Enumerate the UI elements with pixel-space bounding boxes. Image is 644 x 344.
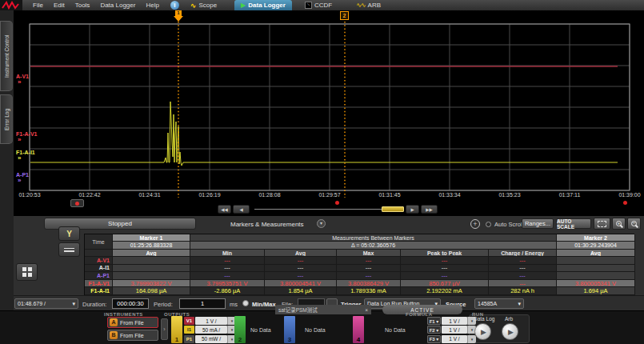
formula-chip-f2[interactable]: F2 ▾ [427, 326, 441, 334]
marker1-value[interactable]: 3.799903822 V [113, 280, 190, 288]
crosshair-icon[interactable]: + [470, 219, 480, 229]
measurement-cell[interactable]: --- [265, 272, 337, 280]
scale-value[interactable]: 50 mW / [195, 335, 227, 343]
scroll-track[interactable] [254, 209, 382, 210]
marker2-value[interactable]: 3.800005341 V [557, 280, 635, 288]
measurement-cell[interactable]: -2.866 µA [190, 287, 265, 295]
marker2-value[interactable] [557, 257, 635, 265]
measurement-cell[interactable]: --- [265, 265, 337, 273]
grid-view-icon[interactable] [16, 263, 38, 281]
auto-scroll-radio[interactable] [486, 222, 491, 227]
menu-file[interactable]: File [33, 2, 43, 9]
period-field[interactable]: 1 [179, 298, 226, 309]
scale-value[interactable]: 1 V / [442, 335, 467, 343]
marker1-value[interactable] [113, 257, 190, 265]
scale-value[interactable]: 1 V / [195, 317, 227, 325]
measurement-cell[interactable]: --- [190, 257, 265, 265]
measurement-cell[interactable]: --- [489, 257, 557, 265]
tab-ccdf[interactable]: ◝ CCDF [298, 0, 338, 10]
measurement-cell[interactable]: --- [489, 265, 557, 273]
scroll-last-button[interactable]: ▶▶ [421, 205, 438, 214]
scale-value[interactable]: 1 V / [442, 317, 467, 325]
output-3-bar[interactable]: 3 [284, 316, 295, 343]
measurement-cell[interactable]: --- [337, 257, 401, 265]
scroll-next-button[interactable]: ▶ [406, 205, 419, 214]
row-label-a-p1[interactable]: A-P1 [85, 272, 113, 280]
measurement-cell[interactable]: --- [190, 272, 265, 280]
scroll-thumb[interactable] [382, 206, 404, 212]
measurement-cell[interactable]: 2.192202 mA [401, 287, 489, 295]
measurement-cell[interactable]: 1.854 µA [265, 287, 337, 295]
menu-data-logger[interactable]: Data Logger [100, 2, 135, 9]
measurement-cell[interactable]: --- [401, 257, 489, 265]
measurement-cell[interactable]: 3.800004541 V [265, 280, 337, 288]
marker2-value[interactable] [557, 272, 635, 280]
channel-chip-v1[interactable]: V1 [184, 317, 194, 325]
scroll-prev-button[interactable]: ◀ [233, 205, 250, 214]
marker2-value[interactable]: 1.694 µA [557, 287, 635, 295]
formula-chip-f1[interactable]: F1 ▾ [427, 317, 441, 325]
time-per-div-dropdown[interactable]: 01:48.679 /▾ [14, 298, 78, 309]
row-label-a-i1[interactable]: A-I1 [85, 265, 113, 273]
row-label-a-v1[interactable]: A-V1 [85, 257, 113, 265]
measurement-cell[interactable]: 1.789336 mA [337, 287, 401, 295]
tab-data-logger[interactable]: ▶ Data Logger [234, 0, 292, 10]
measurement-cell[interactable]: --- [190, 265, 265, 273]
zoom-region-icon[interactable] [594, 218, 610, 230]
measurement-cell[interactable]: 3.799535751 V [190, 280, 265, 288]
instruments-expand-chevron-icon[interactable]: › [161, 318, 168, 340]
instrument-a-from-file-button[interactable]: A From File [107, 317, 158, 328]
measurement-cell[interactable]: 850.677 µV [401, 280, 489, 288]
output-4-bar[interactable]: 4 [353, 316, 364, 343]
source-dropdown[interactable]: 14585A▾ [474, 298, 524, 309]
channel-chip-p1[interactable]: P1 [184, 335, 194, 343]
info-icon[interactable]: i [170, 1, 179, 10]
measurement-cell[interactable]: --- [401, 265, 489, 273]
scroll-first-button[interactable]: ◀◀ [218, 205, 231, 214]
run-datalog-play-button[interactable]: ▶ [474, 323, 491, 340]
menu-help[interactable]: Help [146, 2, 158, 9]
measurement-cell[interactable]: --- [489, 280, 557, 288]
close-icon[interactable]: × [365, 307, 368, 313]
zoom-out-icon[interactable]: − [627, 218, 641, 230]
instrument-b-from-file-button[interactable]: B From File [107, 330, 158, 341]
row-label-f1-a-i1[interactable]: F1-A-I1 [85, 287, 113, 295]
scale-value[interactable]: 1 V / [442, 326, 467, 334]
tab-arb[interactable]: ∿∿ ARB [350, 0, 387, 10]
marker1-value[interactable] [113, 272, 190, 280]
marker1-value[interactable] [113, 265, 190, 273]
marker-tool-icon[interactable]: Y [58, 226, 80, 241]
formula-chip-f3[interactable]: F3 ▾ [427, 335, 441, 343]
measurement-cell[interactable]: --- [265, 257, 337, 265]
channel-chip-i1[interactable]: I1 [184, 326, 194, 334]
run-arb-play-button[interactable]: ▶ [502, 323, 518, 340]
measurement-cell[interactable]: --- [337, 265, 401, 273]
collapse-panel-button[interactable]: ▾ [317, 219, 326, 228]
marker-2-flag-icon[interactable]: 2 [340, 11, 349, 20]
zoom-in-icon[interactable]: + [612, 218, 626, 230]
measurement-cell[interactable]: 282 nA h [489, 287, 557, 295]
measurement-cell[interactable]: --- [489, 272, 557, 280]
auto-scale-button[interactable]: AUTO SCALE [556, 218, 591, 229]
cursor-tool-icon[interactable] [58, 242, 80, 257]
output-1-bar[interactable]: 1 [171, 316, 182, 343]
output-2-bar[interactable]: 2 [234, 316, 246, 343]
menu-edit[interactable]: Edit [54, 2, 65, 9]
measurement-cell[interactable]: 3.800386429 V [337, 280, 401, 288]
duration-field[interactable]: 000:00:30 [112, 298, 149, 309]
minmax-checkbox[interactable] [242, 300, 249, 306]
file-tab[interactable]: sat记录PSM测试 × [275, 305, 371, 314]
measurement-cell[interactable]: --- [337, 272, 401, 280]
menu-tools[interactable]: Tools [75, 2, 90, 9]
sidebar-tab-instrument-control[interactable]: Instrument Control [0, 21, 13, 91]
ranges-button[interactable]: Ranges... [522, 218, 554, 229]
marker1-value[interactable]: 164.098 µA [113, 287, 190, 295]
chevron-down-icon[interactable]: ▾ [467, 335, 476, 343]
marker-1-arrow-icon[interactable]: 1 [173, 10, 184, 22]
marker2-value[interactable] [557, 265, 635, 273]
tab-scope[interactable]: ∿ Scope [184, 0, 223, 10]
scale-value[interactable]: 50 mA / [195, 326, 227, 334]
measurement-cell[interactable]: --- [401, 272, 489, 280]
sidebar-tab-error-log[interactable]: Error Log [0, 94, 13, 144]
row-label-f1-a-v1[interactable]: F1-A-V1 [85, 280, 113, 288]
